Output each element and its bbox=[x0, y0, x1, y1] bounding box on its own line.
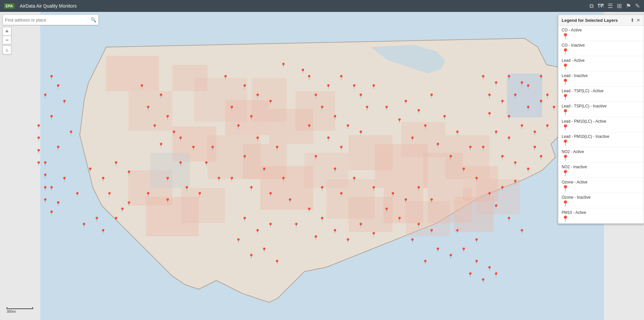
zoom-in-button[interactable]: + bbox=[3, 27, 11, 36]
legend-item-icon: 📍 bbox=[562, 33, 640, 39]
legend-item-lead-tsp-active: Lead - TSP(LC) - Active📍 bbox=[558, 87, 644, 102]
legend-item-lead-pm10-active: Lead - PM10(LC) - Active📍 bbox=[558, 117, 644, 132]
legend-item-label: Lead - PM10(LC) - Inactive bbox=[562, 134, 640, 139]
map-container[interactable]: 📍 📍 📍 📍 📍 📍 📍 📍 📍 📍 📍 📍 📍 📍 📍 📍 📍 📍 📍 📍 … bbox=[0, 12, 644, 320]
scale-label: 300mi bbox=[7, 310, 16, 313]
search-input[interactable] bbox=[5, 18, 91, 22]
legend-item-icon: 📍 bbox=[562, 109, 640, 115]
legend-item-label: Lead - Active bbox=[562, 58, 640, 63]
legend-item-co-active: CO - Active📍 bbox=[558, 26, 644, 41]
svg-rect-31 bbox=[150, 153, 190, 188]
svg-rect-2 bbox=[128, 91, 172, 131]
legend-panel: Legend for Selected Layers ⬆ ✕ CO - Acti… bbox=[558, 15, 644, 224]
legend-item-icon: 📍 bbox=[562, 140, 640, 146]
legend-item-label: Ozone - Active bbox=[562, 180, 640, 184]
legend-item-lead-active: Lead - Active📍 bbox=[558, 56, 644, 71]
legend-item-label: NO2 - Active bbox=[562, 149, 640, 154]
legend-item-label: Ozone - Inactive bbox=[562, 195, 640, 200]
legend-item-icon: 📍 bbox=[562, 79, 640, 85]
basemap-icon[interactable]: 🗺 bbox=[598, 3, 604, 10]
legend-item-pm10-active: PM10 - Active📍 bbox=[558, 208, 644, 223]
legend-item-icon: 📍 bbox=[562, 49, 640, 55]
home-button[interactable]: ⌂ bbox=[3, 46, 11, 54]
svg-rect-23 bbox=[181, 188, 225, 223]
legend-title: Legend for Selected Layers bbox=[562, 18, 618, 23]
header-tools: ⧉ 🗺 ☰ ⊞ ⚑ ✎ bbox=[589, 2, 640, 10]
legend-item-icon: 📍 bbox=[562, 170, 640, 176]
svg-rect-1 bbox=[106, 56, 159, 91]
zoom-controls: + − bbox=[3, 27, 11, 44]
epa-badge: EPA bbox=[4, 3, 15, 9]
svg-rect-29 bbox=[476, 179, 520, 215]
legend-item-icon: 📍 bbox=[562, 216, 640, 222]
app-title: AirData Air Quality Monitors bbox=[20, 3, 589, 9]
legend-item-lead-inactive: Lead - Inactive📍 bbox=[558, 71, 644, 87]
legend-item-ozone-inactive: Ozone - Inactive📍 bbox=[558, 193, 644, 208]
legend-item-lead-tsp-inactive: Lead - TSP(LC) - Inactive📍 bbox=[558, 102, 644, 117]
legend-item-label: Lead - Inactive bbox=[562, 73, 640, 78]
legend-item-icon: 📍 bbox=[562, 125, 640, 131]
legend-item-icon: 📍 bbox=[562, 185, 640, 191]
grid-icon[interactable]: ⊞ bbox=[617, 2, 622, 10]
search-container[interactable]: 🔍 bbox=[3, 15, 99, 25]
legend-items: CO - Active📍CO - Inactive📍Lead - Active📍… bbox=[558, 26, 644, 223]
layers-icon[interactable]: ⧉ bbox=[589, 3, 594, 10]
epa-logo: EPA bbox=[4, 3, 15, 9]
legend-item-label: Lead - TSP(LC) - Active bbox=[562, 89, 640, 93]
pencil-icon[interactable]: ✎ bbox=[635, 2, 640, 10]
svg-rect-30 bbox=[507, 73, 542, 117]
search-icon[interactable]: 🔍 bbox=[91, 17, 96, 22]
zoom-out-button[interactable]: − bbox=[3, 36, 11, 44]
legend-item-icon: 📍 bbox=[562, 201, 640, 207]
legend-item-icon: 📍 bbox=[562, 64, 640, 70]
svg-rect-8 bbox=[296, 91, 335, 131]
app-header: EPA AirData Air Quality Monitors ⧉ 🗺 ☰ ⊞… bbox=[0, 0, 644, 12]
bookmark-icon[interactable]: ⚑ bbox=[626, 2, 631, 10]
legend-item-icon: 📍 bbox=[562, 94, 640, 100]
legend-collapse-icon[interactable]: ⬆ bbox=[630, 18, 634, 23]
legend-close-icon[interactable]: ✕ bbox=[636, 18, 640, 23]
scale-bar: 300mi bbox=[7, 307, 33, 313]
legend-header-icons: ⬆ ✕ bbox=[630, 18, 640, 23]
legend-item-label: PM10 - Active bbox=[562, 210, 640, 215]
svg-rect-17 bbox=[401, 122, 445, 157]
legend-item-label: CO - Active bbox=[562, 28, 640, 32]
legend-item-icon: 📍 bbox=[562, 155, 640, 161]
legend-item-label: CO - Inactive bbox=[562, 43, 640, 48]
legend-item-label: Lead - PM10(LC) - Active bbox=[562, 119, 640, 124]
legend-item-label: NO2 - Inactive bbox=[562, 165, 640, 169]
legend-header: Legend for Selected Layers ⬆ ✕ bbox=[558, 15, 644, 26]
scale-line bbox=[7, 307, 33, 309]
legend-item-no2-inactive: NO2 - Inactive📍 bbox=[558, 163, 644, 178]
legend-item-co-inactive: CO - Inactive📍 bbox=[558, 41, 644, 56]
legend-item-label: Lead - TSP(LC) - Inactive bbox=[562, 104, 640, 108]
list-icon[interactable]: ☰ bbox=[608, 2, 613, 10]
legend-item-lead-pm10-inactive: Lead - PM10(LC) - Inactive📍 bbox=[558, 132, 644, 147]
legend-item-ozone-active: Ozone - Active📍 bbox=[558, 178, 644, 193]
legend-item-no2-active: NO2 - Active📍 bbox=[558, 147, 644, 163]
